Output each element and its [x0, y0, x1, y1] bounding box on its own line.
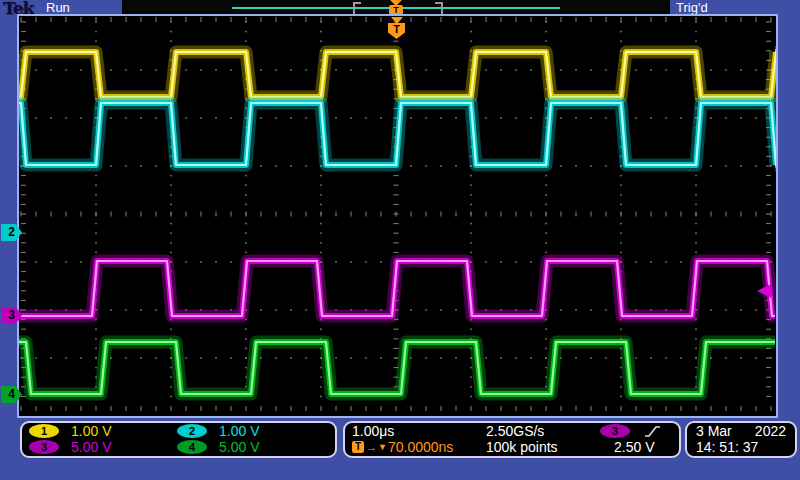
channel-1-scale: 1.00 V	[71, 423, 177, 439]
rising-edge-icon	[644, 424, 662, 439]
trigger-flag-icon: T	[352, 441, 364, 453]
trigger-position-readout: T → ▼ 70.0000ns	[352, 439, 486, 455]
triangle-down-icon: ▼	[378, 442, 387, 452]
oscilloscope-screen: Tek Run T Trig'd T 2 3 4 1 1.00 V 2 1.00…	[0, 0, 800, 480]
trigger-time-arrow-icon[interactable]	[391, 17, 403, 24]
date-readout: 3 Mar	[696, 423, 732, 439]
trigger-status: Trig'd	[676, 0, 708, 15]
timebase-readout: 1.00μs	[352, 423, 486, 439]
acquisition-status: Run	[46, 0, 70, 15]
record-view-bar[interactable]: T	[122, 0, 670, 15]
sample-rate-readout: 2.50GS/s	[486, 423, 600, 439]
channel-4-scale: 5.00 V	[219, 439, 325, 455]
channel-readout-box: 1 1.00 V 2 1.00 V 3 5.00 V 4 5.00 V	[20, 421, 337, 458]
trigger-level-readout: 2.50 V	[614, 439, 654, 455]
graticule-frame	[17, 14, 778, 418]
trigger-level-marker-icon[interactable]	[757, 284, 771, 298]
trigger-source-badge[interactable]: 3	[600, 424, 630, 438]
channel-1-badge[interactable]: 1	[29, 424, 59, 438]
channel-2-badge[interactable]: 2	[177, 424, 207, 438]
waveform-plot	[19, 16, 776, 416]
year-readout: 2022	[755, 423, 786, 439]
time-readout: 14: 51: 37	[696, 439, 758, 455]
channel-3-scale: 5.00 V	[71, 439, 177, 455]
horizontal-trigger-readout-box: 1.00μs 2.50GS/s 3 T → ▼ 70.0000ns 100k p…	[343, 421, 681, 458]
trigger-position-value: 70.0000ns	[388, 439, 453, 455]
channel-4-badge[interactable]: 4	[177, 440, 207, 454]
channel-3-badge[interactable]: 3	[29, 440, 59, 454]
arrow-right-icon: →	[366, 441, 377, 453]
datetime-box: 3 Mar 2022 14: 51: 37	[685, 421, 797, 458]
record-length-readout: 100k points	[486, 439, 600, 455]
channel-2-scale: 1.00 V	[219, 423, 325, 439]
